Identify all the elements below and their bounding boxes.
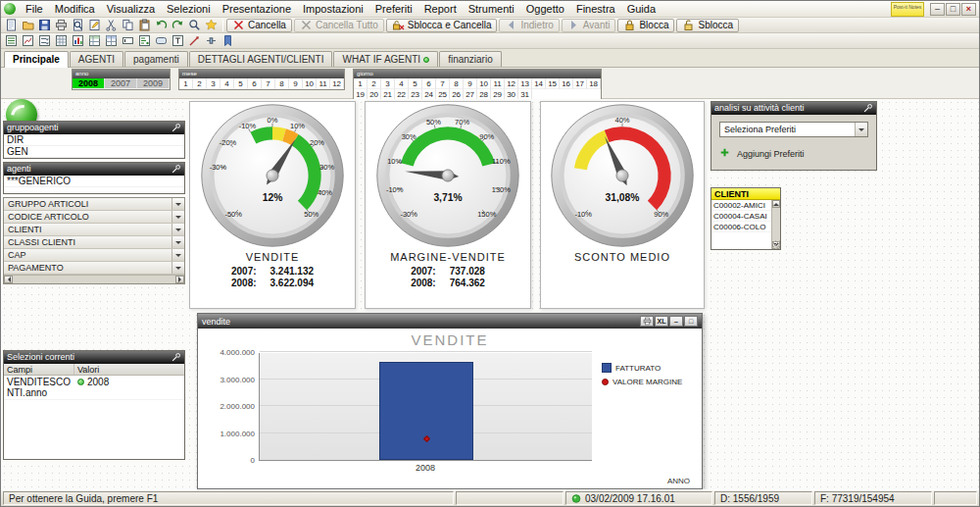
multibox-field-classi-clienti[interactable]: CLASSI CLIENTI	[4, 236, 184, 249]
gruppoagenti-item-gen[interactable]: GEN	[4, 146, 184, 158]
wrench-icon[interactable]	[171, 164, 181, 175]
print-preview-icon[interactable]	[70, 18, 86, 32]
clienti-item-c00006-colo[interactable]: C00006-COLO	[711, 222, 771, 232]
listbox-mese-caption[interactable]: mese	[179, 70, 344, 78]
value-cell-2[interactable]: 2	[193, 78, 207, 89]
wrench-icon[interactable]	[862, 103, 873, 114]
chevron-down-icon[interactable]	[172, 262, 184, 274]
add-chart-icon[interactable]	[70, 33, 86, 48]
menu-finestra[interactable]: Finestra	[570, 2, 621, 16]
vendite-chart-titlebar[interactable]: vendite XL–□	[198, 314, 702, 329]
wrench-icon[interactable]	[171, 123, 181, 133]
blocca-button[interactable]: Blocca	[617, 19, 674, 32]
minimize-button[interactable]: –	[669, 316, 683, 327]
sblocca-button[interactable]: Sblocca	[676, 19, 739, 32]
add-text-object-icon[interactable]	[170, 33, 186, 48]
gauge-margine-vendite[interactable]: -30%-10%10%30%50%70%90%110%130%150%3,71%…	[365, 101, 531, 309]
value-cell-18[interactable]: 18	[587, 78, 601, 89]
chevron-down-icon[interactable]	[172, 211, 184, 223]
redo-icon[interactable]	[170, 18, 186, 32]
add-line-arrow-icon[interactable]	[186, 33, 203, 48]
value-cell-9[interactable]: 9	[464, 78, 477, 89]
selezioni-header[interactable]: Selezioni correnti	[4, 351, 184, 364]
value-cell-12[interactable]: 12	[330, 78, 344, 89]
value-cell-3[interactable]: 3	[381, 78, 395, 89]
menu-modifica[interactable]: Modifica	[49, 2, 101, 16]
add-listbox-icon[interactable]	[3, 33, 20, 48]
chevron-down-icon[interactable]	[172, 236, 184, 248]
tab-agenti[interactable]: AGENTI	[70, 51, 123, 67]
postit-notes-icon[interactable]: Post-it Notes	[891, 2, 924, 17]
value-cell-10[interactable]: 10	[303, 78, 317, 89]
selection-value[interactable]: 2008	[87, 377, 109, 387]
clienti-item-c00002-amici[interactable]: C00002-AMICI	[711, 200, 771, 211]
chevron-down-icon[interactable]	[855, 123, 867, 136]
send-to-excel-button[interactable]: XL	[655, 316, 668, 327]
menu-file[interactable]: File	[20, 2, 49, 16]
agenti-item-generico[interactable]: ***GENERICO	[4, 176, 184, 187]
value-cell-11[interactable]: 11	[317, 78, 330, 89]
value-cell-1[interactable]: 1	[179, 78, 193, 89]
print-chart-button[interactable]	[640, 316, 654, 327]
scroll-up-icon[interactable]	[772, 200, 780, 208]
value-cell-2008[interactable]: 2008	[73, 78, 105, 89]
add-table-box-icon[interactable]	[53, 33, 70, 48]
tab-pagamenti[interactable]: pagamenti	[124, 51, 188, 67]
maximize-button[interactable]: □	[684, 316, 698, 327]
chevron-down-icon[interactable]	[172, 198, 184, 210]
menu-visualizza[interactable]: Visualizza	[101, 2, 161, 16]
add-pivot-table-icon[interactable]	[86, 33, 103, 48]
multibox-field-pagamento[interactable]: PAGAMENTO	[4, 262, 184, 275]
paste-icon[interactable]	[136, 18, 153, 32]
gauge-vendite[interactable]: -50%-30%-20%-10%0%10%20%30%40%50%12%VEND…	[189, 101, 356, 309]
listbox-giorno-caption[interactable]: giorno	[354, 70, 601, 78]
clienti-item-c00004-casai[interactable]: C00004-CASAI	[711, 211, 771, 222]
wrench-icon[interactable]	[171, 352, 181, 363]
add-multibox-icon[interactable]	[36, 33, 53, 48]
copy-icon[interactable]	[120, 18, 136, 32]
value-cell-1[interactable]: 1	[354, 78, 368, 89]
value-cell-5[interactable]: 5	[234, 78, 248, 89]
scroll-left-icon[interactable]	[4, 276, 13, 283]
sblocca-e-cancella-button[interactable]: Sblocca e Cancella	[386, 19, 498, 32]
menu-preferiti[interactable]: Preferiti	[369, 2, 418, 16]
value-cell-2[interactable]: 2	[368, 78, 381, 89]
value-cell-16[interactable]: 16	[560, 78, 573, 89]
value-cell-4[interactable]: 4	[220, 78, 234, 89]
cut-icon[interactable]	[103, 18, 120, 32]
value-cell-2009[interactable]: 2009	[137, 78, 170, 89]
chart-plot[interactable]	[259, 353, 592, 461]
tab-dettagli-agenti-clienti[interactable]: DETTAGLI AGENTI/CLIENTI	[189, 51, 333, 67]
clienti-header[interactable]: CLIENTI	[711, 188, 780, 200]
fatturato-bar[interactable]	[379, 362, 473, 460]
tab-principale[interactable]: Principale	[4, 51, 69, 68]
undo-icon[interactable]	[153, 18, 170, 32]
analisi-header[interactable]: analisi su attività clienti	[711, 102, 876, 115]
seleziona-preferiti-dropdown[interactable]: Seleziona Preferiti	[719, 122, 868, 137]
add-bookmark-object-icon[interactable]	[220, 33, 236, 48]
value-cell-13[interactable]: 13	[518, 78, 532, 89]
tab-finanziario[interactable]: finanziario	[439, 51, 502, 67]
value-cell-11[interactable]: 11	[491, 78, 505, 89]
add-current-selections-icon[interactable]	[136, 33, 153, 48]
menu-strumenti[interactable]: Strumenti	[463, 2, 520, 16]
value-cell-9[interactable]: 9	[289, 78, 303, 89]
value-cell-8[interactable]: 8	[275, 78, 289, 89]
add-input-box-icon[interactable]	[120, 33, 136, 48]
value-cell-17[interactable]: 17	[573, 78, 587, 89]
value-cell-3[interactable]: 3	[207, 78, 220, 89]
minimize-window-button[interactable]: –	[930, 3, 945, 16]
open-icon[interactable]	[20, 18, 36, 32]
value-cell-15[interactable]: 15	[546, 78, 560, 89]
multibox-field-clienti[interactable]: CLIENTI	[4, 224, 184, 236]
menu-presentazione[interactable]: Presentazione	[217, 2, 297, 16]
value-cell-8[interactable]: 8	[450, 78, 464, 89]
print-icon[interactable]	[53, 18, 70, 32]
value-cell-2007[interactable]: 2007	[105, 78, 137, 89]
multibox-field-codice-articolo[interactable]: CODICE ARTICOLO	[4, 211, 184, 224]
value-cell-5[interactable]: 5	[409, 78, 422, 89]
value-cell-6[interactable]: 6	[248, 78, 262, 89]
resize-grip[interactable]	[771, 240, 780, 249]
save-icon[interactable]	[36, 18, 53, 32]
value-cell-10[interactable]: 10	[477, 78, 491, 89]
